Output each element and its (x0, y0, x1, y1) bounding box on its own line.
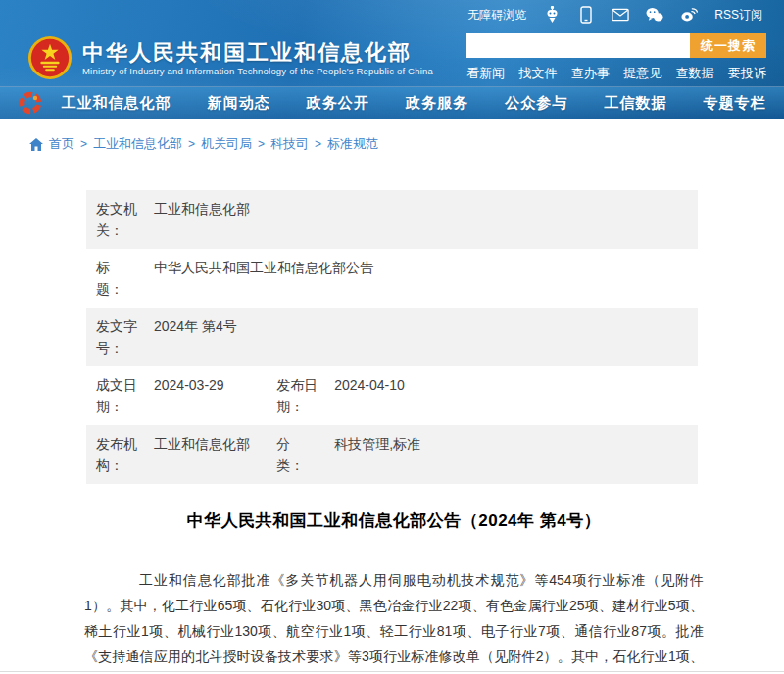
nav-item-data[interactable]: 工信数据 (604, 94, 666, 113)
crumb-miit[interactable]: 工业和信息化部 (93, 135, 182, 153)
breadcrumb: 首页 > 工业和信息化部 > 机关司局 > 科技司 > 标准规范 (0, 119, 784, 163)
crumb-home[interactable]: 首页 (49, 135, 74, 153)
article-paragraph: 工业和信息化部批准《多关节机器人用伺服电动机技术规范》等454项行业标准（见附件… (84, 567, 704, 674)
nav-item-gov-service[interactable]: 政务服务 (406, 94, 468, 113)
crumb-separator: > (315, 137, 321, 151)
publisher-value: 工业和信息化部 (145, 433, 276, 476)
mail-icon[interactable] (612, 6, 629, 24)
quick-link-data[interactable]: 查数据 (676, 65, 714, 82)
crumb-current: 标准规范 (327, 135, 378, 153)
publisher-label: 发布机构： (96, 433, 145, 476)
utility-bar: 无障碍浏览 (0, 0, 784, 29)
crumb-departments[interactable]: 机关司局 (201, 135, 252, 153)
home-icon[interactable] (29, 138, 43, 151)
wechat-icon[interactable] (646, 6, 663, 24)
date-written-label: 成文日期： (96, 374, 145, 417)
doc-number-label: 发文字号： (96, 315, 145, 359)
table-row: 标 题： 中华人民共和国工业和信息化部公告 (86, 249, 698, 308)
table-row: 成文日期： 2024-03-29 发布日期： 2024-04-10 (86, 366, 698, 425)
crumb-separator: > (80, 137, 87, 151)
mobile-icon[interactable] (577, 6, 595, 24)
site-title-en: Ministry of Industry and Information Tec… (82, 66, 433, 76)
rss-link[interactable]: RSS订阅 (714, 7, 762, 24)
national-emblem-icon (27, 35, 73, 80)
issuing-org-value: 工业和信息化部 (145, 198, 698, 241)
footer-divider (0, 671, 784, 672)
quick-links: 看新闻 找文件 查办事 提意见 查数据 要投诉 (466, 65, 766, 82)
quick-link-services[interactable]: 查办事 (571, 65, 610, 82)
category-value: 科技管理,标准 (325, 433, 698, 476)
quick-link-suggest[interactable]: 提意见 (623, 65, 662, 82)
document-info-table: 发文机关： 工业和信息化部 标 题： 中华人民共和国工业和信息化部公告 发文字号… (86, 190, 698, 484)
search-input[interactable] (466, 33, 690, 58)
site-header: 中华人民共和国工业和信息化部 Ministry of Industry and … (0, 29, 784, 86)
nav-item-gov-open[interactable]: 政务公开 (307, 94, 369, 113)
crumb-separator: > (188, 137, 195, 151)
quick-link-files[interactable]: 找文件 (518, 65, 557, 82)
table-row: 发文字号： 2024年 第4号 (86, 308, 698, 366)
doc-title-label: 标 题： (96, 257, 145, 300)
issuing-org-label: 发文机关： (96, 198, 145, 241)
crumb-tech-dept[interactable]: 科技司 (270, 135, 309, 153)
category-label: 分 类： (276, 433, 325, 476)
nav-item-special[interactable]: 专题专栏 (703, 94, 765, 113)
nav-item-miit[interactable]: 工业和信息化部 (62, 94, 172, 113)
site-title: 中华人民共和国工业和信息化部 (82, 40, 433, 66)
article: 中华人民共和国工业和信息化部公告（2024年 第4号） 工业和信息化部批准《多关… (84, 509, 704, 674)
site-logo[interactable]: 中华人民共和国工业和信息化部 Ministry of Industry and … (27, 35, 433, 80)
quick-link-complaint[interactable]: 要投诉 (728, 65, 766, 82)
main-nav: 工业和信息化部 新闻动态 政务公开 政务服务 公众参与 工信数据 专题专栏 (0, 86, 784, 119)
weibo-icon[interactable] (680, 6, 698, 24)
search-zone: 统一搜索 看新闻 找文件 查办事 提意见 查数据 要投诉 (466, 33, 766, 82)
search-button[interactable]: 统一搜索 (690, 33, 766, 58)
mascot-icon[interactable] (543, 6, 561, 24)
date-written-value: 2024-03-29 (145, 374, 276, 417)
nav-item-participation[interactable]: 公众参与 (505, 94, 567, 113)
page-title: 中华人民共和国工业和信息化部公告（2024年 第4号） (84, 509, 704, 532)
site-banner: 无障碍浏览 (0, 0, 784, 119)
nav-item-news[interactable]: 新闻动态 (208, 94, 270, 113)
table-row: 发布机构： 工业和信息化部 分 类： 科技管理,标准 (86, 425, 698, 484)
doc-number-value: 2024年 第4号 (145, 315, 698, 359)
accessibility-link[interactable]: 无障碍浏览 (467, 7, 526, 24)
date-published-value: 2024-04-10 (325, 374, 698, 417)
quick-link-news[interactable]: 看新闻 (466, 65, 505, 82)
crumb-separator: > (258, 137, 265, 151)
miit-logo-icon[interactable] (18, 90, 43, 116)
date-published-label: 发布日期： (276, 374, 325, 417)
doc-title-value: 中华人民共和国工业和信息化部公告 (145, 257, 698, 300)
table-row: 发文机关： 工业和信息化部 (86, 190, 698, 249)
